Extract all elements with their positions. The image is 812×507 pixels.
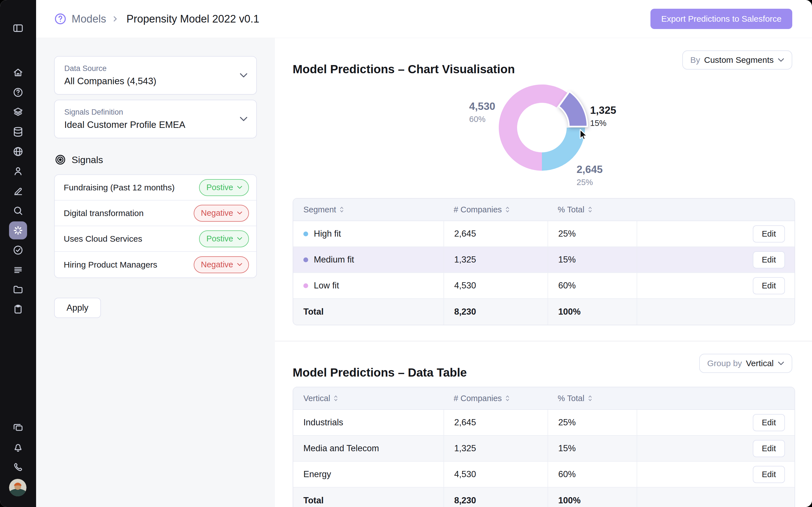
label-pct: 25% [576, 178, 603, 187]
vertical-name: Industrials [303, 417, 343, 428]
grouping-prefix: Group by [707, 358, 742, 368]
data-source-select[interactable]: Data Source All Companies (4,543) [54, 56, 257, 95]
companies-value: 2,645 [454, 417, 476, 428]
check-circle-icon[interactable] [9, 241, 27, 259]
vertical-table: Vertical # Companies % Total [293, 387, 795, 507]
vertical-name: Energy [303, 469, 331, 480]
companies-value: 2,645 [454, 229, 476, 239]
signal-direction-select[interactable]: Negative [194, 256, 249, 273]
table-grouping-select[interactable]: Group by Vertical [699, 354, 792, 373]
sidebar-toggle-icon[interactable] [9, 19, 27, 37]
burst-icon-active[interactable] [9, 221, 27, 239]
search-icon[interactable] [9, 202, 27, 220]
chart-section-title: Model Predictions – Chart Visualisation [293, 62, 515, 76]
total-pct: 100% [558, 307, 580, 317]
user-icon[interactable] [9, 162, 27, 180]
total-pct: 100% [558, 496, 580, 506]
column-header-pct-total[interactable]: % Total [548, 394, 637, 403]
vertical-name: Media and Telecom [303, 443, 379, 453]
table-row: Energy 4,530 60% Edit [293, 462, 795, 488]
chevron-down-icon [237, 237, 243, 240]
segment-name: High fit [314, 229, 341, 239]
folder-icon[interactable] [9, 281, 27, 298]
mouse-cursor [578, 129, 590, 142]
avatar[interactable] [9, 479, 27, 496]
globe-icon[interactable] [9, 143, 27, 161]
column-label: Segment [303, 205, 336, 214]
target-icon [55, 154, 66, 165]
edit-button[interactable]: Edit [753, 414, 785, 431]
apply-button[interactable]: Apply [54, 298, 101, 318]
companies-value: 4,530 [454, 281, 476, 291]
signals-title: Signals [71, 154, 103, 165]
help-badge-icon[interactable] [54, 13, 66, 25]
database-icon[interactable] [9, 123, 27, 141]
signals-definition-select[interactable]: Signals Definition Ideal Customer Profil… [54, 100, 257, 138]
layers-icon[interactable] [9, 103, 27, 121]
signals-definition-label: Signals Definition [64, 108, 247, 117]
table-row: Media and Telecom 1,325 15% Edit [293, 436, 795, 462]
total-companies: 8,230 [454, 496, 476, 506]
clipboard-icon[interactable] [9, 300, 27, 318]
sort-icon [505, 395, 510, 402]
column-label: % Total [558, 205, 585, 214]
chevron-down-icon [237, 211, 243, 215]
companies-value: 1,325 [454, 255, 476, 265]
phone-icon[interactable] [9, 458, 27, 476]
sort-icon [588, 206, 592, 213]
segments-table-header: Segment # Companies % Total [293, 199, 795, 221]
pct-value: 60% [558, 281, 576, 291]
signals-list: Fundraising (Past 12 months) Postive Dig… [54, 174, 257, 278]
pct-value: 25% [558, 417, 576, 428]
column-header-vertical[interactable]: Vertical [293, 394, 444, 403]
help-circle-icon[interactable] [9, 83, 27, 101]
table-total-row: Total 8,230 100% [293, 299, 795, 325]
pencil-icon[interactable] [9, 182, 27, 200]
pct-value: 15% [558, 255, 576, 265]
section-divider [275, 341, 812, 341]
signal-direction-select[interactable]: Postive [199, 179, 249, 196]
edit-button[interactable]: Edit [753, 251, 785, 269]
label-pct: 60% [469, 115, 495, 124]
label-pct: 15% [590, 119, 616, 128]
column-header-segment[interactable]: Segment [293, 205, 444, 214]
column-label: # Companies [454, 205, 502, 214]
edit-button[interactable]: Edit [753, 466, 785, 483]
edit-button[interactable]: Edit [753, 440, 785, 457]
home-icon[interactable] [9, 64, 27, 82]
table-row: Industrials 2,645 25% Edit [293, 410, 795, 436]
signal-direction-select[interactable]: Negative [194, 205, 249, 222]
column-header-companies[interactable]: # Companies [444, 394, 548, 403]
signal-direction-select[interactable]: Postive [199, 230, 249, 247]
bell-icon[interactable] [9, 438, 27, 456]
chevron-down-icon [239, 117, 248, 122]
column-header-pct-total[interactable]: % Total [548, 205, 637, 214]
column-header-companies[interactable]: # Companies [444, 205, 548, 214]
data-source-label: Data Source [64, 64, 247, 73]
edit-button[interactable]: Edit [753, 225, 785, 242]
signal-label: Fundraising (Past 12 months) [64, 183, 175, 192]
label-value: 2,645 [576, 164, 603, 175]
donut-label-medium: 1,325 15% [590, 105, 616, 128]
sort-icon [505, 206, 510, 213]
label-value: 1,325 [590, 105, 616, 116]
chart-grouping-select[interactable]: By Custom Segments [682, 50, 792, 69]
breadcrumb-models-link[interactable]: Models [71, 13, 106, 25]
text-lines-icon[interactable] [9, 261, 27, 279]
signal-row: Fundraising (Past 12 months) Postive [55, 175, 256, 201]
table-total-row: Total 8,230 100% [293, 488, 795, 507]
donut-label-high: 2,645 25% [576, 164, 603, 187]
signal-direction-value: Negative [201, 209, 233, 218]
signals-definition-value: Ideal Customer Profile EMEA [64, 119, 247, 130]
export-predictions-button[interactable]: Export Predictions to Salesforce [651, 9, 792, 29]
chevron-right-icon [111, 15, 119, 22]
edit-button[interactable]: Edit [753, 277, 785, 294]
total-companies: 8,230 [454, 307, 476, 317]
chevron-down-icon [237, 185, 243, 189]
signal-label: Uses Cloud Services [64, 234, 142, 244]
sidebar [0, 0, 36, 507]
label-value: 4,530 [469, 101, 495, 112]
column-label: Vertical [303, 394, 330, 403]
signal-label: Hiring Product Managers [64, 260, 157, 270]
screens-icon[interactable] [9, 418, 27, 437]
